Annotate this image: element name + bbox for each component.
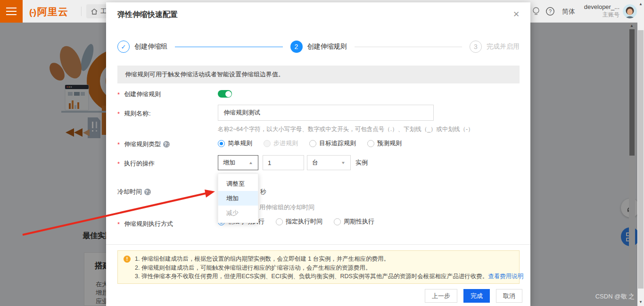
- account-menu[interactable]: developer_... 主账号: [584, 3, 619, 18]
- radio-step-rule[interactable]: 步进规则: [264, 139, 298, 148]
- rule-description-banner: 伸缩规则可用于触发伸缩活动或者智能设置伸缩组边界值。: [117, 66, 520, 83]
- step3-number: 3: [470, 41, 482, 53]
- action-type-select[interactable]: 增加▲: [218, 155, 258, 170]
- create-rule-toggle[interactable]: [218, 90, 232, 98]
- svg-text:?: ?: [549, 8, 552, 14]
- account-name: developer_...: [584, 3, 619, 11]
- billing-doc-link[interactable]: 查看费用说明: [488, 273, 523, 280]
- cancel-button[interactable]: 取消: [496, 289, 522, 303]
- browser-scrollbar-thumb[interactable]: [638, 30, 644, 289]
- finish-button[interactable]: 完成: [463, 289, 490, 303]
- rule-type-radio-group: 简单规则 步进规则 目标追踪规则 预测规则: [218, 139, 402, 148]
- rule-name-helper: 名称2~64个字符，以大小写字母、数字或中文开头，可包含点号（.）、下划线（_）…: [218, 125, 474, 133]
- notice-line: 1. 伸缩组创建成功后，根据您设置的组内期望实例数，会立即创建 1 台实例，并产…: [135, 255, 513, 264]
- step-connector: [175, 47, 283, 47]
- action-type-dropdown: 调整至 增加 减少: [218, 174, 258, 223]
- dialog-title: 弹性伸缩快速配置: [117, 10, 178, 20]
- radio-predictive-rule[interactable]: 预测规则: [367, 139, 402, 148]
- step3-label: 完成并启用: [487, 42, 520, 51]
- cooldown-helper: 用伸缩组的冷却时间: [259, 203, 314, 212]
- step1-label: 创建伸缩组: [134, 42, 167, 51]
- scroll-up-icon[interactable]: ▲: [637, 2, 644, 6]
- hamburger-menu-button[interactable]: [0, 0, 23, 23]
- rule-type-label: 伸缩规则类型 ?: [117, 140, 170, 149]
- dropdown-option-adjust-to[interactable]: 调整至: [218, 176, 258, 191]
- action-controls: 增加▲ 台▼ 实例: [218, 155, 368, 170]
- radio-scheduled-time[interactable]: 指定执行时间: [276, 217, 322, 226]
- wizard-stepper: ✓ 创建伸缩组 2 创建伸缩规则 3 完成并启用: [117, 40, 520, 53]
- chevron-up-icon: ▲: [248, 161, 253, 165]
- question-icon[interactable]: ?: [163, 141, 170, 148]
- language-switch[interactable]: 简体: [562, 8, 575, 16]
- scroll-down-icon[interactable]: ▼: [637, 300, 644, 304]
- action-suffix: 实例: [355, 158, 368, 167]
- step2-label: 创建伸缩规则: [307, 42, 347, 51]
- close-icon[interactable]: ✕: [511, 9, 522, 20]
- billing-notice: ! 1. 伸缩组创建成功后，根据您设置的组内期望实例数，会立即创建 1 台实例，…: [117, 250, 520, 284]
- action-label: 执行的操作: [117, 159, 155, 168]
- step1-check-icon: ✓: [117, 41, 130, 53]
- logo-bracket-icon: (-): [29, 7, 35, 17]
- unit-select[interactable]: 台▼: [307, 155, 351, 170]
- warning-icon: !: [124, 256, 131, 263]
- browser-scrollbar[interactable]: ▲ ▼: [637, 0, 644, 306]
- csdn-watermark: CSDN @敬 之: [595, 292, 635, 301]
- question-icon[interactable]: ?: [144, 189, 151, 195]
- radio-periodic[interactable]: 周期性执行: [334, 217, 374, 226]
- exec-mode-label: 伸缩规则执行方式: [117, 220, 173, 228]
- logo-text: 阿里云: [37, 6, 68, 17]
- footer-divider: [106, 244, 530, 245]
- radio-target-tracking-rule[interactable]: 目标追踪规则: [309, 139, 356, 148]
- create-rule-label: 创建伸缩规则: [117, 90, 161, 99]
- step-connector: [355, 47, 462, 47]
- cooldown-label: 冷却时间 ?: [117, 188, 151, 196]
- quick-config-dialog: 弹性伸缩快速配置 ✕ ✓ 创建伸缩组 2 创建伸缩规则 3 完成并启用 伸缩规则…: [106, 2, 530, 306]
- help-icon[interactable]: ?: [545, 7, 555, 18]
- dropdown-option-increase[interactable]: 增加: [218, 191, 258, 206]
- avatar[interactable]: [623, 4, 637, 18]
- rule-name-label: 规则名称: [117, 109, 151, 118]
- step2-number: 2: [290, 41, 303, 53]
- previous-step-button[interactable]: 上一步: [425, 289, 457, 303]
- notice-line: 2. 伸缩规则创建成功后，可能触发伸缩组进行相应的扩缩容活动，会产生相应的资源费…: [135, 264, 513, 273]
- dropdown-option-decrease[interactable]: 减少: [218, 206, 258, 220]
- cooldown-unit: 秒: [260, 188, 266, 196]
- aliyun-logo[interactable]: (-)阿里云: [29, 5, 68, 18]
- header-divider: [81, 7, 82, 16]
- rule-name-input[interactable]: [218, 105, 434, 121]
- notice-line: 3. 弹性伸缩本身不收取任何费用，但使用ECS实例、ECI实例、负载均衡实例、R…: [135, 272, 513, 281]
- home-icon: [91, 8, 98, 15]
- account-role: 主账号: [584, 11, 619, 18]
- chevron-down-icon: ▼: [341, 161, 346, 165]
- radio-simple-rule[interactable]: 简单规则: [218, 139, 252, 148]
- lightbulb-icon[interactable]: [532, 7, 540, 18]
- instance-count-input[interactable]: [263, 155, 304, 170]
- dialog-footer: 上一步 完成 取消: [425, 289, 522, 303]
